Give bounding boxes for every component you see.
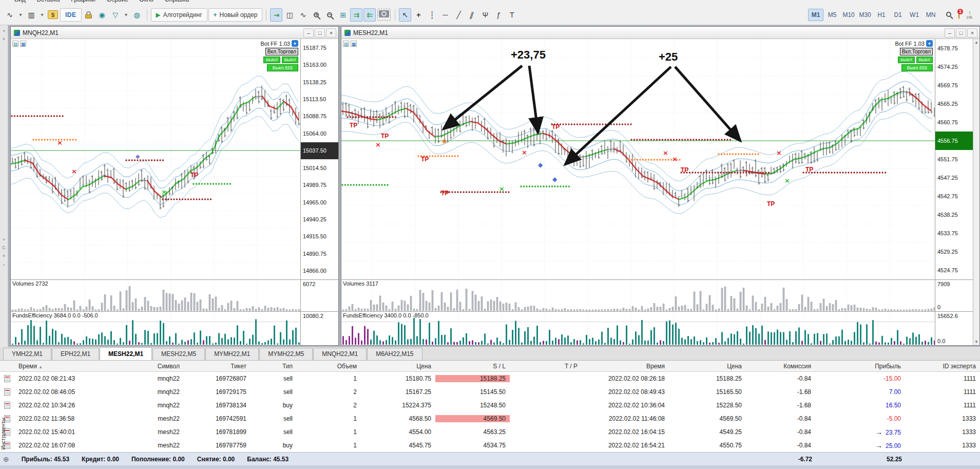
lock-icon[interactable] (83, 8, 95, 22)
bot-555-button[interactable]: Выкл.555 (901, 64, 933, 71)
screenshot-icon[interactable] (377, 8, 391, 22)
timeframe-h1[interactable]: H1 (874, 9, 889, 21)
timeframe-mn[interactable]: MN (923, 9, 938, 21)
chart-tab-mesh22-m1[interactable]: MESH22,M1 (100, 347, 152, 360)
fibonacci-tool-icon[interactable]: ƒ (492, 8, 505, 22)
collapsed-panel-icon[interactable]: ⌄ (2, 261, 6, 267)
line-style-caret-icon[interactable]: ▾ (17, 8, 24, 22)
bot-toggle-a-button[interactable]: ВЫКЛ (263, 57, 280, 63)
lvl-button[interactable]: ↑ LVL (967, 10, 973, 20)
column-header[interactable]: S / L (435, 363, 510, 370)
toolbox-vertical-tab[interactable]: Инструменты (1, 418, 8, 454)
plus-circle-icon[interactable]: ⊕ (3, 455, 9, 463)
minimize-button[interactable]: – (945, 28, 955, 37)
cursor-icon[interactable]: ↖ (399, 8, 411, 22)
table-row[interactable]: 2022.02.02 08:21:43mnqh22169726807sell11… (0, 372, 980, 385)
zoom-out-icon[interactable]: − (323, 8, 336, 22)
search-icon[interactable] (946, 11, 951, 18)
chart-plot[interactable]: ×××××××◆◆◉ +23,75 +25 ▤ ▦ Bot FF 1.03● В… (341, 39, 935, 279)
column-header[interactable]: Прибыль (815, 363, 905, 370)
chart-objects-icon[interactable]: ▦ (351, 41, 357, 47)
crosshair-icon[interactable]: + (412, 8, 425, 22)
column-header[interactable]: Время▲ (14, 363, 122, 370)
copy-trading-icon[interactable]: ◍ (131, 8, 143, 22)
ide-button[interactable]: IDE (60, 8, 82, 22)
trade-toggle-button[interactable]: Вкл.Торговл (900, 48, 933, 55)
line-chart-icon[interactable]: ∿ (297, 8, 309, 22)
funnel-caret-icon[interactable]: ▾ (123, 8, 130, 22)
chart-tab-mymh22-m1[interactable]: MYMH22,M1 (205, 348, 259, 360)
volumes-pane[interactable]: Volumes 2732 (11, 279, 300, 311)
bar-style-caret-icon[interactable]: ▾ (39, 8, 46, 22)
timeframe-w1[interactable]: W1 (907, 9, 922, 21)
price-axis[interactable]: 15187.7515163.0015138.2515113.5015088.75… (300, 39, 338, 345)
trade-toggle-button[interactable]: Вкл.Торговл (265, 48, 298, 55)
market-watch-icon[interactable]: $ (47, 8, 59, 22)
chart-objects-icon[interactable]: ▦ (20, 41, 26, 47)
column-header[interactable]: Время (582, 363, 669, 370)
collapsed-panel-icon[interactable]: × (3, 253, 5, 258)
table-row[interactable]: 2022.02.02 16:07:08mesh22169787759buy145… (0, 439, 980, 452)
collapsed-panels-strip[interactable]: ▪×»C×⌄ (0, 25, 8, 347)
column-header[interactable]: Символ (122, 363, 184, 370)
signals-icon[interactable]: ◉ (96, 8, 108, 22)
chart-tab-eph22-m1[interactable]: EPH22,M1 (52, 348, 99, 360)
funnel-icon[interactable]: ▽ (109, 8, 122, 22)
chart-plot[interactable]: ×××◆ ▤ ▦ Bot FF 1.03● Вкл.Торговл ВЫКЛ В… (11, 39, 300, 279)
line-style-icon[interactable]: ∿ (4, 8, 16, 22)
candles-style-icon[interactable]: ◫ (283, 8, 296, 22)
collapsed-panel-icon[interactable]: × (3, 36, 5, 42)
dock-left-icon[interactable]: ⇉ (350, 8, 362, 22)
menu-item[interactable]: Окно (139, 0, 153, 3)
chart-tab-m6ah22-m15[interactable]: M6AH22,M15 (367, 348, 422, 360)
chart-tab-mnqh22-m1[interactable]: MNQH22,M1 (313, 348, 367, 360)
chart-titlebar[interactable]: MNQH22,M1 – □ × (11, 27, 338, 39)
menu-item[interactable]: Графики (71, 0, 95, 3)
bot-toggle-b-button[interactable]: ВЫКЛ (916, 57, 933, 63)
menu-item[interactable]: Вид (14, 0, 26, 3)
volumes-pane[interactable]: Volumes 3117 (341, 279, 935, 311)
timeframe-d1[interactable]: D1 (890, 9, 906, 21)
zoom-in-icon[interactable]: + (310, 8, 322, 22)
new-order-button[interactable]: + Новый ордер (208, 8, 263, 22)
autoscroll-icon[interactable]: ⇥ (270, 8, 282, 22)
column-header[interactable]: Тикет (184, 363, 251, 370)
community-icon[interactable]: 1 (958, 11, 959, 18)
collapsed-panel-icon[interactable]: ▪ (3, 28, 5, 33)
scroll-down-icon[interactable]: ▼ (974, 340, 978, 344)
pitchfork-tool-icon[interactable]: Ψ (479, 8, 491, 22)
minimize-button[interactable]: – (303, 28, 314, 37)
column-header[interactable]: ID эксперта (905, 363, 980, 370)
chart-tab-mymh22-m5[interactable]: MYMH22,M5 (259, 348, 313, 360)
column-header[interactable]: Цена (669, 363, 746, 370)
text-tool-icon[interactable]: T (506, 8, 518, 22)
table-row[interactable]: 2022.02.02 08:46:05mnqh22169729175sell21… (0, 385, 980, 399)
column-header[interactable]: T / P (510, 363, 582, 370)
bot-toggle-b-button[interactable]: ВЫКЛ (282, 57, 298, 63)
grid-icon[interactable]: ⊞ (337, 8, 349, 22)
chart-titlebar[interactable]: MESH22,M1 – □ × (341, 27, 979, 39)
bot-toggle-a-button[interactable]: ВЫКЛ (898, 57, 914, 63)
collapsed-panel-icon[interactable]: » (3, 237, 5, 242)
maximize-button[interactable]: □ (956, 28, 966, 37)
bar-style-icon[interactable]: ▥ (25, 8, 37, 22)
chart-tab-ymh22-m1[interactable]: YMH22,M1 (3, 348, 51, 360)
horizontal-line-tool-icon[interactable]: ─ (439, 8, 451, 22)
column-header[interactable]: Цена (361, 363, 435, 370)
dock-right-icon[interactable]: ⇇ (363, 8, 376, 22)
close-button[interactable]: × (967, 28, 977, 37)
menu-item[interactable]: Справка (165, 0, 189, 3)
close-button[interactable]: × (326, 28, 336, 37)
column-header[interactable]: Тип (251, 363, 297, 370)
one-click-trading-icon[interactable]: ▤ (343, 41, 349, 47)
funds-efficiency-pane[interactable]: FundsEfficiency 3684.0 0.0 -506.0 (11, 311, 300, 345)
chart-scrollbar[interactable]: ▲ ▼ (973, 39, 979, 345)
funds-efficiency-pane[interactable]: FundsEfficiency 3400.0 0.0 -850.0 (341, 311, 935, 345)
trendline-tool-icon[interactable]: ╱ (452, 8, 465, 22)
channel-tool-icon[interactable]: ∥ (464, 8, 480, 22)
bot-555-button[interactable]: Выкл.555 (267, 64, 298, 71)
menu-item[interactable]: Сервис (107, 0, 128, 3)
timeframe-m1[interactable]: M1 (808, 9, 823, 21)
table-row[interactable]: 2022.02.02 10:34:26mnqh22169738134buy215… (0, 399, 980, 412)
chart-tab-mesh22-m5[interactable]: MESH22,M5 (152, 348, 205, 360)
